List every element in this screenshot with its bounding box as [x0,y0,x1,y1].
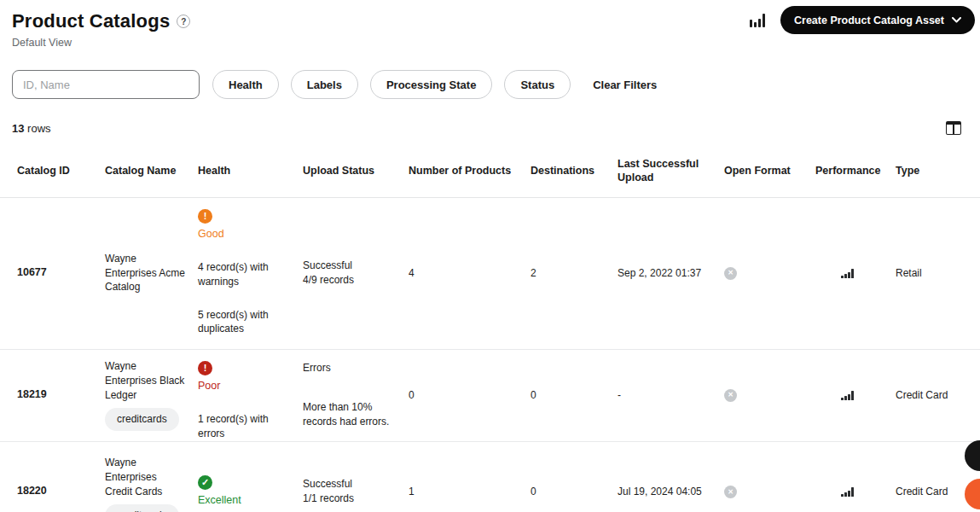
health-status-icon: ! [198,361,212,375]
last-successful-upload-cell: - [618,350,724,441]
filter-pill-labels[interactable]: Labels [291,70,358,99]
row-count-suffix: rows [27,122,50,135]
catalog-name-cell: Wayne Enterprises Credit Cards creditcar… [105,442,198,512]
open-format-cell: ✕ [724,350,815,441]
upload-status-cell: Errors More than 10% records had errors. [303,350,409,441]
create-button-label: Create Product Catalog Asset [794,15,944,26]
chevron-down-icon [952,17,961,23]
type-cell: Credit Card [896,350,980,441]
last-successful-upload-cell: Jul 19, 2024 04:05 [618,442,724,512]
table-row[interactable]: 18219 Wayne Enterprises Black Ledger cre… [0,350,980,442]
open-format-cell: ✕ [724,198,815,349]
column-header-catalog-id[interactable]: Catalog ID [17,152,105,197]
insights-chart-icon[interactable] [750,12,765,29]
label-tag-pill[interactable]: creditcards [105,408,179,431]
column-header-destinations[interactable]: Destinations [531,152,618,197]
health-cell: ! Good 4 record(s) with warnings5 record… [198,198,303,349]
filter-bar: HealthLabelsProcessing StateStatus Clear… [12,70,968,99]
table-row[interactable]: 18220 Wayne Enterprises Credit Cards cre… [0,442,980,512]
performance-cell [815,198,896,349]
catalog-name-cell: Wayne Enterprises Acme Catalog [105,198,198,349]
number-of-products-cell: 0 [409,350,531,441]
destinations-cell: 0 [531,350,618,441]
performance-bars-icon[interactable] [841,487,854,497]
last-successful-upload-cell: Sep 2, 2022 01:37 [618,198,724,349]
health-cell: ! Poor 1 record(s) with errors [198,350,303,441]
health-note: 5 record(s) with duplicates [198,308,291,337]
product-catalogs-page: Product Catalogs ? Default View Create P… [0,0,980,512]
column-header-catalog-name[interactable]: Catalog Name [105,152,198,197]
health-status-icon: ✓ [198,475,212,490]
performance-bars-icon[interactable] [841,269,854,278]
create-product-catalog-asset-button[interactable]: Create Product Catalog Asset [780,6,975,34]
column-header-upload-status[interactable]: Upload Status [303,152,409,197]
upload-note: More than 10% records had errors. [303,400,397,429]
column-header-health[interactable]: Health [198,152,303,197]
row-count: 13 rows [12,122,51,135]
page-header: Product Catalogs ? Default View Create P… [0,0,980,53]
table-body: 10677 Wayne Enterprises Acme Catalog ! G… [0,198,980,512]
clear-filters-button[interactable]: Clear Filters [593,79,657,91]
number-of-products-cell: 1 [409,442,531,512]
health-status-label: Good [198,227,224,242]
health-notes: 4 record(s) with warnings5 record(s) wit… [198,241,291,336]
filter-pills: HealthLabelsProcessing StateStatus [212,70,571,99]
health-cell: ✓ Excellent [198,442,303,512]
filter-pill-health[interactable]: Health [212,70,279,99]
label-tag-pill[interactable]: creditcards [105,504,179,512]
number-of-products-cell: 4 [409,198,531,349]
upload-status: Successful [303,259,352,273]
health-note: 4 record(s) with warnings [198,260,291,289]
table-header-row: Catalog IDCatalog NameHealthUpload Statu… [0,152,980,198]
performance-cell [815,350,896,441]
catalog-id-cell: 18219 [17,350,105,441]
search-input[interactable] [12,70,200,99]
catalog-name-cell: Wayne Enterprises Black Ledger creditcar… [105,350,198,441]
upload-status-cell: Successful 1/1 records [303,442,409,512]
health-status-label: Excellent [198,493,241,509]
column-settings-icon[interactable] [946,121,961,135]
performance-bars-icon[interactable] [841,391,854,400]
destinations-cell: 2 [531,198,618,349]
not-available-icon: ✕ [724,486,737,498]
performance-cell [815,442,896,512]
column-header-last-successful-upload[interactable]: Last Successful Upload [618,152,724,197]
column-header-performance[interactable]: Performance [815,152,896,197]
table-row[interactable]: 10677 Wayne Enterprises Acme Catalog ! G… [0,198,980,350]
column-header-open-format[interactable]: Open Format [724,152,815,197]
view-subtitle: Default View [12,37,968,49]
health-notes: 1 record(s) with errors [198,393,291,441]
health-status-icon: ! [198,209,212,224]
health-status-label: Poor [198,379,220,394]
catalog-id-cell: 18220 [17,442,105,512]
upload-records: 1/1 records [303,492,354,506]
help-icon[interactable]: ? [177,15,190,28]
filter-pill-status[interactable]: Status [504,70,571,99]
count-line: 13 rows [12,121,968,135]
destinations-cell: 0 [531,442,618,512]
catalog-id-cell: 10677 [17,198,105,349]
upload-status: Successful [303,477,352,492]
not-available-icon: ✕ [724,267,737,280]
not-available-icon: ✕ [724,389,737,402]
health-note: 1 record(s) with errors [198,412,291,441]
filter-pill-processing-state[interactable]: Processing State [370,70,493,99]
column-header-number-of-products[interactable]: Number of Products [409,152,531,197]
type-cell: Retail [896,198,980,349]
page-title: Product Catalogs [12,10,170,32]
upload-records: 4/9 records [303,273,354,288]
open-format-cell: ✕ [724,442,815,512]
upload-status-cell: Successful 4/9 records [303,198,409,349]
upload-status: Errors [303,361,331,375]
row-count-number: 13 [12,122,24,135]
column-header-type[interactable]: Type [896,152,980,197]
